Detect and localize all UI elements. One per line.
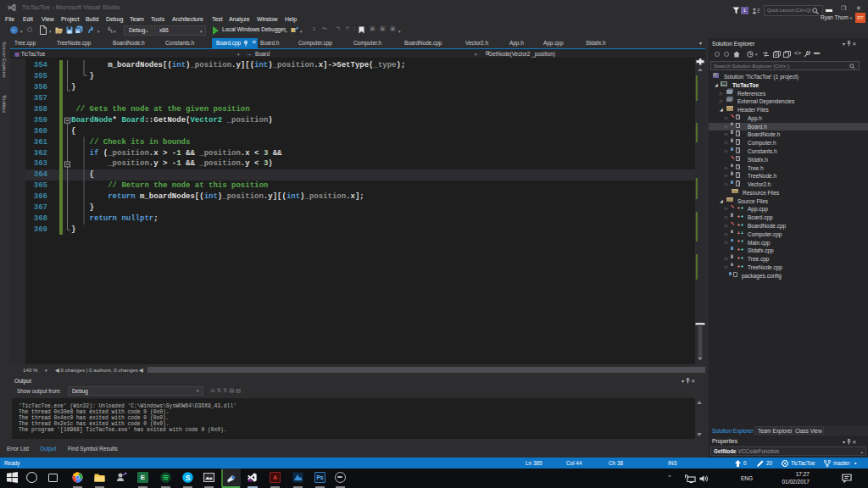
svg-text:S: S xyxy=(186,474,191,482)
